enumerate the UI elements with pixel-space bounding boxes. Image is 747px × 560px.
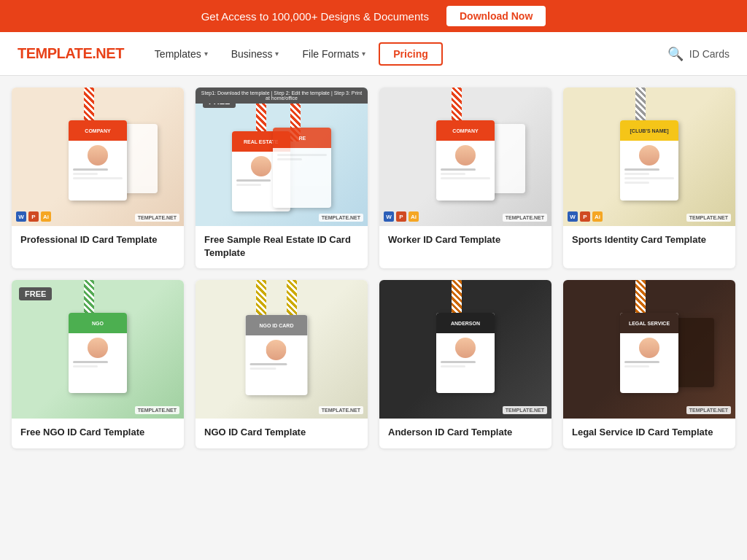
id-card-front-5: NGO bbox=[69, 313, 127, 393]
business-chevron-icon: ▾ bbox=[275, 50, 279, 58]
nav-links: Templates ▾ Business ▾ File Formats ▾ Pr… bbox=[144, 42, 656, 66]
id-card-photo-1 bbox=[88, 145, 108, 166]
card-image-2: Step1: Download the template | Step 2: E… bbox=[196, 88, 368, 226]
pricing-button[interactable]: Pricing bbox=[379, 42, 442, 66]
templates-chevron-icon: ▾ bbox=[204, 50, 208, 58]
card-image-6: NGO ID CARD TEMPLATE.NET bbox=[196, 280, 368, 419]
nav-item-business[interactable]: Business ▾ bbox=[221, 42, 290, 66]
search-area: 🔍 ID Cards bbox=[667, 46, 729, 62]
id-mockup-1: COMPANY W P Ai TEMPLATE.NET bbox=[12, 88, 184, 226]
id-mockup-7: ANDERSON TEMPLATE.NET bbox=[379, 280, 551, 419]
logo[interactable]: TEMPLATE.NET bbox=[18, 45, 124, 62]
banner-text: Get Access to 100,000+ Designs & Documen… bbox=[201, 10, 429, 23]
id-card-photo-6 bbox=[266, 340, 287, 360]
card-grid: COMPANY W P Ai TEMPLATE.NET Professi bbox=[0, 76, 747, 460]
card-image-7: ANDERSON TEMPLATE.NET bbox=[379, 280, 551, 419]
card-label-6: NGO ID Card Template bbox=[196, 419, 368, 448]
id-mockup-4: [CLUB'S NAME] W P Ai TEMPLATE.NET bbox=[563, 88, 735, 226]
id-card-photo-8 bbox=[639, 338, 659, 358]
card-sports-id[interactable]: [CLUB'S NAME] W P Ai TEMPLATE.NET bbox=[563, 88, 735, 268]
card-anderson-id[interactable]: ANDERSON TEMPLATE.NET Anderson ID Card T… bbox=[379, 280, 551, 448]
business-label: Business bbox=[231, 48, 273, 60]
card-label-3: Worker ID Card Template bbox=[379, 226, 551, 255]
id-mockup-6: NGO ID CARD TEMPLATE.NET bbox=[196, 280, 368, 419]
card-label-1: Professional ID Card Template bbox=[12, 226, 184, 255]
id-mockup-3: COMPANY W P Ai TEMPLATE.NET bbox=[379, 88, 551, 226]
step-banner: Step1: Download the template | Step 2: E… bbox=[196, 88, 368, 104]
nav-item-templates[interactable]: Templates ▾ bbox=[144, 42, 218, 66]
card-real-estate-id[interactable]: Step1: Download the template | Step 2: E… bbox=[196, 88, 368, 268]
id-card-photo-4 bbox=[639, 145, 659, 166]
card-label-8: Legal Service ID Card Template bbox=[563, 419, 735, 448]
card-image-1: COMPANY W P Ai TEMPLATE.NET bbox=[12, 88, 184, 226]
templates-label: Templates bbox=[155, 48, 201, 60]
search-text[interactable]: ID Cards bbox=[689, 48, 729, 60]
edit-icons-1: W P Ai bbox=[16, 211, 51, 222]
card-label-7: Anderson ID Card Template bbox=[379, 419, 551, 448]
id-card-front-2b: RE bbox=[273, 128, 331, 208]
card-label-4: Sports Identity Card Template bbox=[563, 226, 735, 255]
id-card-front-3: COMPANY bbox=[436, 120, 495, 201]
id-card-front-1: COMPANY bbox=[69, 120, 127, 201]
logo-main: TEMPLATE. bbox=[18, 45, 96, 61]
card-image-3: COMPANY W P Ai TEMPLATE.NET bbox=[379, 88, 551, 226]
card-professional-id[interactable]: COMPANY W P Ai TEMPLATE.NET Professi bbox=[12, 88, 184, 268]
edit-icons-3: W P Ai bbox=[384, 211, 419, 222]
id-card-photo-3 bbox=[455, 145, 476, 166]
id-card-photo-7 bbox=[455, 338, 476, 358]
card-image-8: LEGAL SERVICE TEMPLATE.NET bbox=[563, 280, 735, 419]
id-card-front-8: LEGAL SERVICE bbox=[620, 313, 678, 393]
id-card-front-4: [CLUB'S NAME] bbox=[620, 120, 678, 201]
card-legal-id[interactable]: LEGAL SERVICE TEMPLATE.NET Legal Service… bbox=[563, 280, 735, 448]
id-mockup-2: REAL ESTATE RE bbox=[196, 88, 368, 226]
id-card-header-1: COMPANY bbox=[69, 120, 127, 141]
id-card-front-6: NGO ID CARD bbox=[245, 315, 307, 395]
card-image-5: FREE NGO TEMPLATE.NET bbox=[12, 280, 184, 419]
file-formats-chevron-icon: ▾ bbox=[362, 50, 365, 58]
file-formats-label: File Formats bbox=[302, 48, 359, 60]
card-free-ngo-id[interactable]: FREE NGO TEMPLATE.NET Free NGO ID Card T… bbox=[12, 280, 184, 448]
navbar: TEMPLATE.NET Templates ▾ Business ▾ File… bbox=[0, 32, 747, 76]
id-mockup-8: LEGAL SERVICE TEMPLATE.NET bbox=[563, 280, 735, 419]
card-ngo-id[interactable]: NGO ID CARD TEMPLATE.NET NGO ID Card Tem… bbox=[196, 280, 368, 448]
id-card-photo-5 bbox=[88, 338, 108, 358]
id-card-photo-2 bbox=[251, 156, 271, 176]
edit-icons-4: W P Ai bbox=[568, 211, 603, 222]
search-icon[interactable]: 🔍 bbox=[667, 46, 684, 62]
logo-net: NET bbox=[96, 45, 124, 61]
id-card-front-7: ANDERSON bbox=[436, 313, 495, 393]
card-worker-id[interactable]: COMPANY W P Ai TEMPLATE.NET Worker I bbox=[379, 88, 551, 268]
nav-item-file-formats[interactable]: File Formats ▾ bbox=[292, 42, 376, 66]
top-banner: Get Access to 100,000+ Designs & Documen… bbox=[0, 0, 747, 32]
download-now-button[interactable]: Download Now bbox=[446, 6, 546, 26]
id-mockup-5: NGO TEMPLATE.NET bbox=[12, 280, 184, 419]
card-label-2: Free Sample Real Estate ID Card Template bbox=[196, 226, 368, 268]
card-label-5: Free NGO ID Card Template bbox=[12, 419, 184, 448]
card-image-4: [CLUB'S NAME] W P Ai TEMPLATE.NET bbox=[563, 88, 735, 226]
